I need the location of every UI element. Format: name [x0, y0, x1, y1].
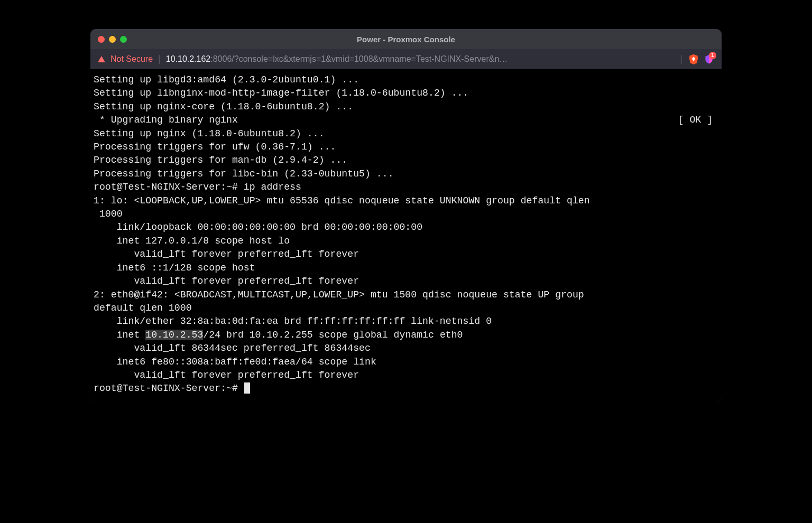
zoom-button[interactable] [120, 36, 127, 43]
terminal-line: Processing triggers for ufw (0.36-7.1) .… [94, 142, 336, 152]
terminal-line: valid_lft forever preferred_lft forever [94, 370, 359, 380]
highlighted-ip: 10.10.2.53 [145, 330, 203, 340]
url-host: 10.10.2.162 [166, 54, 211, 63]
extension-icons: 1 [688, 53, 714, 65]
terminal-line: Processing triggers for man-db (2.9.4-2)… [94, 155, 347, 165]
terminal-line: link/ether 32:8a:ba:0d:fa:ea brd ff:ff:f… [94, 316, 492, 326]
titlebar[interactable]: Power - Proxmox Console [90, 29, 722, 49]
close-button[interactable] [98, 36, 105, 43]
window-title: Power - Proxmox Console [357, 35, 455, 44]
terminal-output: Setting up libgd3:amd64 (2.3.0-2ubuntu0.… [94, 73, 718, 396]
terminal-line: inet6 ::1/128 scope host [94, 263, 261, 273]
not-secure-label[interactable]: Not Secure [110, 54, 153, 64]
terminal-line: Setting up libgd3:amd64 (2.3.0-2ubuntu0.… [94, 74, 359, 85]
traffic-lights [98, 36, 127, 43]
terminal-status-row: * Upgrading binary nginx[ OK ] [94, 114, 718, 127]
url-separator: | [680, 53, 682, 64]
terminal-line: Processing triggers for libc-bin (2.33-0… [94, 169, 394, 179]
url-text[interactable]: 10.10.2.162:8006/?console=lxc&xtermjs=1&… [166, 54, 675, 64]
terminal-line: 1: lo: <LOOPBACK,UP,LOWER_UP> mtu 65536 … [94, 195, 590, 206]
terminal-line: 2: eth0@if42: <BROADCAST,MULTICAST,UP,LO… [94, 289, 590, 300]
terminal-line: 1000 [94, 209, 123, 219]
terminal-line: inet 10.10.2.53/24 brd 10.10.2.255 scope… [94, 330, 463, 340]
terminal-line: Setting up libnginx-mod-http-image-filte… [94, 88, 468, 98]
terminal[interactable]: Setting up libgd3:amd64 (2.3.0-2ubuntu0.… [90, 69, 722, 402]
status-ok: [ OK ] [678, 114, 718, 127]
browser-window: Power - Proxmox Console Not Secure | 10.… [90, 29, 722, 402]
terminal-line: Setting up nginx-core (1.18.0-6ubuntu8.2… [94, 101, 353, 112]
terminal-line: Setting up nginx (1.18.0-6ubuntu8.2) ... [94, 128, 325, 139]
terminal-line: * Upgrading binary nginx [94, 114, 238, 127]
url-bar[interactable]: Not Secure | 10.10.2.162:8006/?console=l… [90, 49, 722, 69]
url-separator: | [158, 53, 161, 64]
warning-icon [98, 56, 105, 62]
terminal-line: default qlen 1000 [94, 303, 192, 313]
terminal-line: valid_lft 86344sec preferred_lft 86344se… [94, 343, 371, 353]
url-rest: :8006/?console=lxc&xtermjs=1&vmid=1008&v… [210, 54, 508, 63]
terminal-line: valid_lft forever preferred_lft forever [94, 249, 359, 259]
shield-icon[interactable]: 1 [704, 54, 714, 64]
terminal-line: root@Test-NGINX-Server:~# ip address [94, 182, 301, 192]
terminal-line: inet 127.0.0.1/8 scope host lo [94, 236, 290, 246]
minimize-button[interactable] [109, 36, 116, 43]
shield-badge: 1 [709, 52, 716, 59]
brave-lion-icon[interactable] [688, 53, 699, 65]
cursor [244, 382, 250, 394]
terminal-line: link/loopback 00:00:00:00:00:00 brd 00:0… [94, 222, 422, 232]
terminal-line: inet6 fe80::308a:baff:fe0d:faea/64 scope… [94, 357, 382, 367]
terminal-prompt: root@Test-NGINX-Server:~# [94, 383, 244, 394]
terminal-line: valid_lft forever preferred_lft forever [94, 276, 359, 286]
